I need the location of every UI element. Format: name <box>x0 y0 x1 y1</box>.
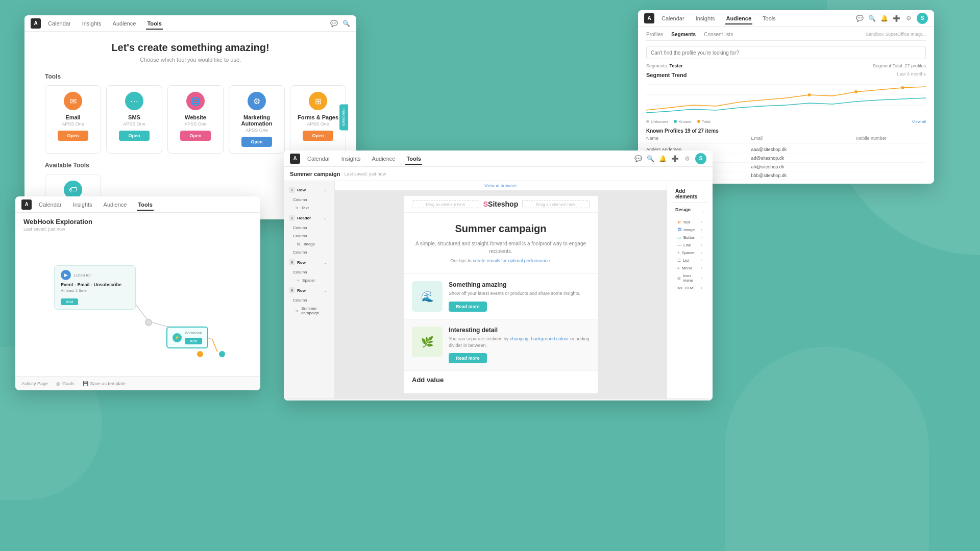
sidebar-item-row-1[interactable]: R Row ⌄ <box>287 184 331 195</box>
webhook-add-button[interactable]: Add <box>185 338 202 344</box>
aud-nav-audience[interactable]: Audience <box>725 15 753 21</box>
tool-email: ✉ Email APSS One Open <box>45 85 101 154</box>
sidebar-spacer-label: Spacer <box>302 278 315 283</box>
em-search-icon[interactable]: 🔍 <box>646 155 654 163</box>
design-item-spacer[interactable]: + Spacer › <box>675 249 704 257</box>
tool-email-open-button[interactable]: Open <box>58 131 88 141</box>
design-item-text[interactable]: Tr Text › <box>675 218 704 226</box>
header-chevron-icon[interactable]: ⌄ <box>321 214 329 222</box>
sidebar-item-column-3[interactable]: Column <box>287 232 331 240</box>
sidebar-item-row-2[interactable]: R Row ⌄ <box>287 257 331 268</box>
spacer-plus-icon: + <box>677 251 680 255</box>
em-chat-icon[interactable]: 💬 <box>634 155 642 163</box>
design-item-button[interactable]: ▭ Button › <box>675 234 704 241</box>
goals-link[interactable]: ◎ Goals <box>56 381 75 386</box>
aud-add-icon[interactable]: ➕ <box>892 14 900 22</box>
tool-forms-open-button[interactable]: Open <box>303 131 333 141</box>
row2-email: ad@siteshop.dk <box>751 156 856 161</box>
section2-link1[interactable]: changing <box>510 336 529 341</box>
sidebar-header-label: Header <box>297 216 311 220</box>
wh-nav-calendar[interactable]: Calendar <box>38 202 63 208</box>
activity-page-link[interactable]: Activity Page <box>21 381 48 386</box>
sidebar-item-column-4[interactable]: Column <box>287 248 331 256</box>
row-chevron-icon[interactable]: ⌄ <box>321 186 329 194</box>
tab-consent[interactable]: Consent lists <box>704 32 733 37</box>
tool-marketing-open-button[interactable]: Open <box>241 137 272 147</box>
row1-mobile <box>856 147 926 152</box>
design-item-icon-menu[interactable]: ⊞ Icon menu › <box>675 272 704 284</box>
webhook-body: WebHook Exploration Last saved: just now… <box>15 213 260 390</box>
sidebar-item-image-1[interactable]: 🖼 Image <box>287 240 331 248</box>
em-nav-calendar[interactable]: Calendar <box>306 156 331 162</box>
view-in-browser-link[interactable]: View in browser <box>484 183 517 188</box>
sidebar-item-column-1[interactable]: Column <box>287 196 331 204</box>
em-nav-audience[interactable]: Audience <box>371 156 397 162</box>
image-arrow-icon: › <box>701 228 702 232</box>
aud-nav-insights[interactable]: Insights <box>695 15 716 21</box>
sidebar-row3-label: Row <box>297 288 306 293</box>
nav-calendar[interactable]: Calendar <box>47 20 72 27</box>
row3-chevron-icon[interactable]: ⌄ <box>321 286 329 294</box>
tab-segments[interactable]: Segments <box>671 32 696 37</box>
design-item-list[interactable]: ☰ List › <box>675 257 704 264</box>
row-badge: R <box>289 187 295 193</box>
em-nav-insights[interactable]: Insights <box>340 156 362 162</box>
sidebar-item-column-6[interactable]: Column <box>287 296 331 304</box>
row2-chevron-icon[interactable]: ⌄ <box>321 258 329 266</box>
design-item-image[interactable]: 🖼 Image › <box>675 226 704 234</box>
segment-trend-chart <box>646 80 926 115</box>
segment-info-row: Segments: Tester Segment Total: 27 profi… <box>646 63 926 68</box>
nav-tools[interactable]: Tools <box>146 20 163 27</box>
wh-nav-insights[interactable]: Insights <box>72 202 93 208</box>
em-add-icon[interactable]: ➕ <box>671 155 679 163</box>
tool-email-apss: APSS One <box>51 121 95 127</box>
save-template-link[interactable]: 💾 Save as template <box>83 381 126 386</box>
sidebar-item-column-2[interactable]: Column <box>287 224 331 232</box>
aud-bell-icon[interactable]: 🔔 <box>880 14 888 22</box>
sidebar-row-label: Row <box>297 188 306 192</box>
nav-audience[interactable]: Audience <box>112 20 137 27</box>
email-editor-titlebar: A Calendar Insights Audience Tools 💬 🔍 🔔… <box>284 151 713 167</box>
em-bell-icon[interactable]: 🔔 <box>658 155 667 163</box>
sidebar-item-row-3[interactable]: R Row ⌄ <box>287 285 331 296</box>
segment-total: Segment Total: 27 profiles <box>873 63 926 68</box>
sidebar-item-header[interactable]: H Header ⌄ <box>287 212 331 223</box>
tab-profiles[interactable]: Profiles <box>646 32 663 37</box>
webhook-titlebar: A Calendar Insights Audience Tools <box>15 196 260 213</box>
nav-insights[interactable]: Insights <box>81 20 103 27</box>
sidebar-item-text-1[interactable]: Tr Text <box>287 204 331 212</box>
tool-website-open-button[interactable]: Open <box>180 131 211 141</box>
aud-nav-calendar[interactable]: Calendar <box>660 15 685 21</box>
design-item-html[interactable]: </> HTML › <box>675 284 704 292</box>
campaign-name: Summer campaign <box>290 171 340 177</box>
tool-sms-open-button[interactable]: Open <box>119 131 150 141</box>
flow-circle-end-teal <box>219 351 225 357</box>
search-icon[interactable]: 🔍 <box>342 19 350 28</box>
email-create-link[interactable]: create emails for optimal performance. <box>473 258 551 263</box>
view-all-link[interactable]: View all <box>912 119 926 124</box>
trend-period: Last 6 months <box>897 71 926 77</box>
trigger-add-button[interactable]: Add <box>61 298 78 305</box>
sidebar-item-column-5[interactable]: Column <box>287 268 331 276</box>
sidebar-item-text-summer[interactable]: Tr Summer campaign <box>287 305 331 317</box>
design-item-line[interactable]: — Line › <box>675 241 704 249</box>
section2-link2[interactable]: background colour <box>531 336 569 341</box>
feedback-tab[interactable]: Feedback <box>339 104 348 130</box>
drag-left-placeholder[interactable]: Drag an element here <box>412 200 479 208</box>
wh-nav-tools[interactable]: Tools <box>137 202 154 208</box>
wh-nav-audience[interactable]: Audience <box>103 202 128 208</box>
aud-settings-icon[interactable]: ⚙ <box>904 14 913 22</box>
aud-chat-icon[interactable]: 💬 <box>855 14 864 22</box>
em-nav-tools[interactable]: Tools <box>405 156 422 162</box>
design-item-menu[interactable]: ≡ Menu › <box>675 264 704 272</box>
segment-search-input[interactable] <box>646 46 926 59</box>
sidebar-item-spacer-1[interactable]: + Spacer <box>287 277 331 284</box>
chat-icon[interactable]: 💬 <box>330 19 338 28</box>
drag-right-placeholder[interactable]: Drag an element here <box>522 200 590 208</box>
em-settings-icon[interactable]: ⚙ <box>683 155 691 163</box>
line-icon: — <box>677 243 681 247</box>
section1-cta-button[interactable]: Read more <box>449 302 487 312</box>
section2-cta-button[interactable]: Read more <box>449 353 487 363</box>
aud-search-icon[interactable]: 🔍 <box>868 14 876 22</box>
aud-nav-tools[interactable]: Tools <box>762 15 777 21</box>
